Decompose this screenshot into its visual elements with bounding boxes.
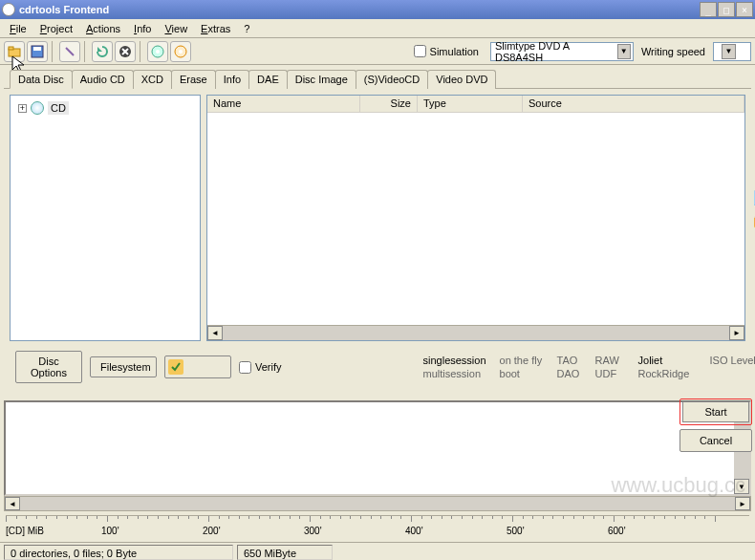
menu-extras[interactable]: Extras xyxy=(195,21,236,36)
verify-checkbox[interactable]: Verify xyxy=(239,361,282,374)
scroll-down-icon[interactable]: ▼ xyxy=(734,479,749,494)
tab-data-disc[interactable]: Data Disc xyxy=(10,70,73,89)
log-output: ▲ ▼ xyxy=(4,400,751,496)
scroll-left-icon[interactable]: ◄ xyxy=(5,497,20,510)
tab-erase[interactable]: Erase xyxy=(171,70,216,89)
cancel-button[interactable]: Cancel xyxy=(680,429,752,452)
tab-info[interactable]: Info xyxy=(215,70,249,89)
session-info: singlesessionon the flyTAORAWJolietISO L… xyxy=(423,355,755,379)
col-source[interactable]: Source xyxy=(523,96,744,112)
menu-file[interactable]: File xyxy=(4,21,32,36)
device-select[interactable]: Slimtype DVD A DS8A4SH▼ xyxy=(490,42,634,61)
toolbar: Simulation Slimtype DVD A DS8A4SH▼ Writi… xyxy=(0,38,755,65)
tab-svideocd[interactable]: (S)VideoCD xyxy=(356,70,429,89)
tab-audio-cd[interactable]: Audio CD xyxy=(72,70,134,89)
disc-green-icon[interactable] xyxy=(147,41,168,62)
minimize-button[interactable]: _ xyxy=(700,2,717,17)
wrench-icon[interactable] xyxy=(59,41,80,62)
app-icon xyxy=(2,3,15,16)
scroll-left-icon[interactable]: ◄ xyxy=(207,326,223,340)
titlebar: cdrtools Frontend _ □ × xyxy=(0,0,755,19)
chevron-down-icon[interactable]: ▼ xyxy=(722,44,736,59)
tab-bar: Data Disc Audio CD XCD Erase Info DAE Di… xyxy=(0,66,755,89)
simulation-checkbox[interactable]: Simulation xyxy=(414,45,479,57)
scroll-right-icon[interactable]: ► xyxy=(735,497,750,510)
tab-disc-image[interactable]: Disc Image xyxy=(287,70,356,89)
open-folder-icon[interactable] xyxy=(4,41,25,62)
svg-point-8 xyxy=(179,50,183,54)
menu-help[interactable]: ? xyxy=(238,21,255,36)
menu-view[interactable]: View xyxy=(159,21,193,36)
maximize-button[interactable]: □ xyxy=(718,2,735,17)
disc-options-button[interactable]: Disc Options xyxy=(15,351,82,383)
menu-info[interactable]: Info xyxy=(128,21,157,36)
log-h-scrollbar[interactable]: ◄ ► xyxy=(4,496,751,511)
cancel-icon[interactable] xyxy=(115,41,136,62)
writing-speed-label: Writing speed xyxy=(641,46,705,57)
menubar: File Project Actions Info View Extras ? xyxy=(0,19,755,38)
menu-actions[interactable]: Actions xyxy=(80,21,126,36)
svg-rect-3 xyxy=(33,47,41,51)
tree-node-label: CD xyxy=(48,101,69,115)
file-list[interactable]: Name Size Type Source ◄ ► 📁 📄 📝 📂 ✖ xyxy=(206,95,745,341)
h-scrollbar[interactable]: ◄ ► xyxy=(207,325,744,340)
menu-project[interactable]: Project xyxy=(34,21,78,36)
status-bar: 0 directories, 0 files; 0 Byte 650 MiByt… xyxy=(0,542,755,560)
chevron-down-icon[interactable]: ▼ xyxy=(617,44,631,59)
tab-dae[interactable]: DAE xyxy=(248,70,288,89)
close-button[interactable]: × xyxy=(736,2,753,17)
scroll-right-icon[interactable]: ► xyxy=(729,326,744,340)
save-icon[interactable] xyxy=(27,41,48,62)
tab-video-dvd[interactable]: Video DVD xyxy=(427,70,496,89)
window-title: cdrtools Frontend xyxy=(19,4,700,15)
tab-xcd[interactable]: XCD xyxy=(133,70,172,89)
svg-rect-1 xyxy=(9,47,13,50)
expand-icon[interactable]: + xyxy=(18,104,27,113)
status-files: 0 directories, 0 files; 0 Byte xyxy=(4,545,233,560)
filesystem-button[interactable]: Filesystem xyxy=(90,356,157,377)
svg-point-6 xyxy=(156,50,160,54)
check-button[interactable] xyxy=(164,355,231,378)
tree-view[interactable]: + CD xyxy=(10,95,201,341)
refresh-icon[interactable] xyxy=(92,41,113,62)
list-header: Name Size Type Source xyxy=(207,96,744,113)
tree-root-node[interactable]: + CD xyxy=(14,99,196,117)
cd-icon xyxy=(31,101,44,115)
disc-orange-icon[interactable] xyxy=(170,41,191,62)
speed-select[interactable]: ▼ xyxy=(713,42,751,61)
capacity-ruler: [CD] MiB 100' 200' 300' 400' 500' 600' xyxy=(6,515,749,542)
col-name[interactable]: Name xyxy=(207,96,360,112)
start-button[interactable]: Start xyxy=(680,398,752,425)
col-size[interactable]: Size xyxy=(360,96,418,112)
status-capacity: 650 MiByte xyxy=(237,545,333,560)
col-type[interactable]: Type xyxy=(418,96,523,112)
